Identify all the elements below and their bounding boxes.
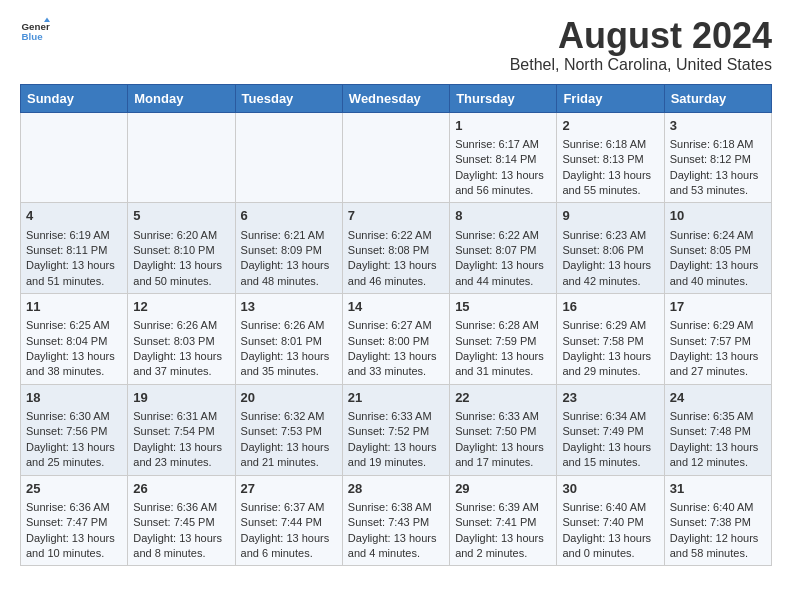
day-number: 7 [348, 207, 444, 225]
calendar-cell: 3Sunrise: 6:18 AMSunset: 8:12 PMDaylight… [664, 112, 771, 203]
sunrise-text: Sunrise: 6:39 AM [455, 501, 539, 513]
sunset-text: Sunset: 7:57 PM [670, 335, 751, 347]
sunset-text: Sunset: 7:40 PM [562, 516, 643, 528]
sunrise-text: Sunrise: 6:18 AM [562, 138, 646, 150]
weekday-header-sunday: Sunday [21, 84, 128, 112]
sunset-text: Sunset: 8:05 PM [670, 244, 751, 256]
sunrise-text: Sunrise: 6:38 AM [348, 501, 432, 513]
daylight-text: Daylight: 13 hours and 38 minutes. [26, 350, 115, 377]
sunrise-text: Sunrise: 6:33 AM [455, 410, 539, 422]
calendar-body: 1Sunrise: 6:17 AMSunset: 8:14 PMDaylight… [21, 112, 772, 566]
weekday-header-wednesday: Wednesday [342, 84, 449, 112]
day-number: 9 [562, 207, 658, 225]
day-number: 8 [455, 207, 551, 225]
sunset-text: Sunset: 8:07 PM [455, 244, 536, 256]
sunset-text: Sunset: 7:43 PM [348, 516, 429, 528]
calendar-cell: 6Sunrise: 6:21 AMSunset: 8:09 PMDaylight… [235, 203, 342, 294]
sunrise-text: Sunrise: 6:22 AM [348, 229, 432, 241]
daylight-text: Daylight: 13 hours and 6 minutes. [241, 532, 330, 559]
sunrise-text: Sunrise: 6:33 AM [348, 410, 432, 422]
calendar-cell: 4Sunrise: 6:19 AMSunset: 8:11 PMDaylight… [21, 203, 128, 294]
day-number: 2 [562, 117, 658, 135]
sunset-text: Sunset: 7:52 PM [348, 425, 429, 437]
daylight-text: Daylight: 13 hours and 53 minutes. [670, 169, 759, 196]
daylight-text: Daylight: 13 hours and 29 minutes. [562, 350, 651, 377]
weekday-header-saturday: Saturday [664, 84, 771, 112]
daylight-text: Daylight: 13 hours and 25 minutes. [26, 441, 115, 468]
day-number: 23 [562, 389, 658, 407]
day-number: 12 [133, 298, 229, 316]
calendar-cell: 25Sunrise: 6:36 AMSunset: 7:47 PMDayligh… [21, 475, 128, 566]
weekday-header-thursday: Thursday [450, 84, 557, 112]
day-number: 6 [241, 207, 337, 225]
calendar-cell: 17Sunrise: 6:29 AMSunset: 7:57 PMDayligh… [664, 294, 771, 385]
day-number: 28 [348, 480, 444, 498]
daylight-text: Daylight: 13 hours and 12 minutes. [670, 441, 759, 468]
sunset-text: Sunset: 8:06 PM [562, 244, 643, 256]
calendar-cell: 14Sunrise: 6:27 AMSunset: 8:00 PMDayligh… [342, 294, 449, 385]
day-number: 19 [133, 389, 229, 407]
logo-icon: General Blue [20, 16, 50, 46]
sunrise-text: Sunrise: 6:40 AM [562, 501, 646, 513]
daylight-text: Daylight: 13 hours and 42 minutes. [562, 259, 651, 286]
daylight-text: Daylight: 13 hours and 17 minutes. [455, 441, 544, 468]
sunset-text: Sunset: 8:12 PM [670, 153, 751, 165]
calendar-cell: 13Sunrise: 6:26 AMSunset: 8:01 PMDayligh… [235, 294, 342, 385]
daylight-text: Daylight: 13 hours and 21 minutes. [241, 441, 330, 468]
day-number: 14 [348, 298, 444, 316]
sunset-text: Sunset: 8:04 PM [26, 335, 107, 347]
calendar-cell: 20Sunrise: 6:32 AMSunset: 7:53 PMDayligh… [235, 384, 342, 475]
header: General Blue August 2024 Bethel, North C… [20, 16, 772, 74]
day-number: 18 [26, 389, 122, 407]
sunset-text: Sunset: 7:45 PM [133, 516, 214, 528]
calendar-cell: 28Sunrise: 6:38 AMSunset: 7:43 PMDayligh… [342, 475, 449, 566]
calendar-cell: 1Sunrise: 6:17 AMSunset: 8:14 PMDaylight… [450, 112, 557, 203]
sunset-text: Sunset: 7:49 PM [562, 425, 643, 437]
sunrise-text: Sunrise: 6:31 AM [133, 410, 217, 422]
main-title: August 2024 [510, 16, 772, 56]
sunset-text: Sunset: 7:44 PM [241, 516, 322, 528]
day-number: 17 [670, 298, 766, 316]
sunset-text: Sunset: 7:47 PM [26, 516, 107, 528]
daylight-text: Daylight: 13 hours and 44 minutes. [455, 259, 544, 286]
day-number: 26 [133, 480, 229, 498]
svg-text:Blue: Blue [22, 31, 44, 42]
calendar-week-5: 25Sunrise: 6:36 AMSunset: 7:47 PMDayligh… [21, 475, 772, 566]
daylight-text: Daylight: 13 hours and 48 minutes. [241, 259, 330, 286]
sunset-text: Sunset: 7:54 PM [133, 425, 214, 437]
sunrise-text: Sunrise: 6:29 AM [670, 319, 754, 331]
day-number: 10 [670, 207, 766, 225]
daylight-text: Daylight: 13 hours and 2 minutes. [455, 532, 544, 559]
daylight-text: Daylight: 13 hours and 56 minutes. [455, 169, 544, 196]
calendar-week-3: 11Sunrise: 6:25 AMSunset: 8:04 PMDayligh… [21, 294, 772, 385]
calendar-cell [21, 112, 128, 203]
day-number: 24 [670, 389, 766, 407]
calendar-cell: 16Sunrise: 6:29 AMSunset: 7:58 PMDayligh… [557, 294, 664, 385]
sunrise-text: Sunrise: 6:25 AM [26, 319, 110, 331]
calendar-cell: 22Sunrise: 6:33 AMSunset: 7:50 PMDayligh… [450, 384, 557, 475]
day-number: 15 [455, 298, 551, 316]
subtitle: Bethel, North Carolina, United States [510, 56, 772, 74]
daylight-text: Daylight: 13 hours and 27 minutes. [670, 350, 759, 377]
weekday-header-monday: Monday [128, 84, 235, 112]
calendar-cell: 2Sunrise: 6:18 AMSunset: 8:13 PMDaylight… [557, 112, 664, 203]
sunset-text: Sunset: 7:53 PM [241, 425, 322, 437]
calendar-cell: 19Sunrise: 6:31 AMSunset: 7:54 PMDayligh… [128, 384, 235, 475]
daylight-text: Daylight: 12 hours and 58 minutes. [670, 532, 759, 559]
sunrise-text: Sunrise: 6:17 AM [455, 138, 539, 150]
sunrise-text: Sunrise: 6:28 AM [455, 319, 539, 331]
daylight-text: Daylight: 13 hours and 15 minutes. [562, 441, 651, 468]
day-number: 5 [133, 207, 229, 225]
sunrise-text: Sunrise: 6:26 AM [241, 319, 325, 331]
calendar-cell: 23Sunrise: 6:34 AMSunset: 7:49 PMDayligh… [557, 384, 664, 475]
sunset-text: Sunset: 8:08 PM [348, 244, 429, 256]
daylight-text: Daylight: 13 hours and 37 minutes. [133, 350, 222, 377]
sunset-text: Sunset: 8:01 PM [241, 335, 322, 347]
sunrise-text: Sunrise: 6:36 AM [26, 501, 110, 513]
day-number: 13 [241, 298, 337, 316]
sunset-text: Sunset: 8:00 PM [348, 335, 429, 347]
day-number: 27 [241, 480, 337, 498]
sunset-text: Sunset: 7:59 PM [455, 335, 536, 347]
sunrise-text: Sunrise: 6:29 AM [562, 319, 646, 331]
calendar-cell: 24Sunrise: 6:35 AMSunset: 7:48 PMDayligh… [664, 384, 771, 475]
